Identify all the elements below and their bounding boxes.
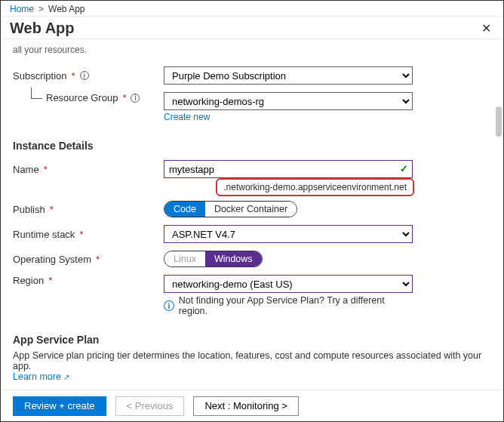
previous-button[interactable]: < Previous (115, 396, 185, 416)
publish-toggle: Code Docker Container (164, 201, 297, 217)
info-icon[interactable]: i (80, 71, 89, 80)
row-region: Region* networking-demo (East US) i Not … (13, 271, 491, 320)
row-subscription: Subscription* i Purple Demo Subscription (13, 63, 491, 88)
plan-description: App Service plan pricing tier determines… (13, 350, 491, 382)
publish-docker[interactable]: Docker Container (205, 202, 297, 217)
domain-suffix-callout: .networking-demo.appserviceenvironment.n… (216, 178, 414, 196)
review-create-button[interactable]: Review + create (13, 396, 106, 416)
resource-group-select[interactable]: networking-demos-rg (164, 92, 413, 110)
row-runtime: Runtime stack* ASP.NET V4.7 (13, 221, 491, 247)
external-link-icon: ↗ (63, 373, 69, 381)
breadcrumb-current: Web App (48, 4, 85, 14)
form-scroll-area: all your resources. Subscription* i Purp… (1, 43, 503, 390)
checkmark-icon: ✓ (400, 163, 408, 174)
breadcrumb: Home > Web App (1, 1, 503, 17)
publish-code[interactable]: Code (164, 202, 205, 217)
create-new-rg-link[interactable]: Create new (164, 112, 413, 122)
label-region: Region* (13, 275, 164, 286)
row-resource-group: Resource Group* i networking-demos-rg Cr… (13, 88, 491, 126)
breadcrumb-home[interactable]: Home (10, 4, 34, 14)
label-subscription: Subscription* i (13, 70, 164, 82)
row-name: Name* ✓ .networking-demo.appserviceenvir… (13, 156, 491, 182)
label-resource-group: Resource Group* i (13, 92, 164, 103)
page-title: Web App (10, 20, 75, 37)
next-button[interactable]: Next : Monitoring > (193, 396, 298, 416)
label-publish: Publish* (13, 204, 164, 215)
info-icon: i (164, 300, 174, 311)
learn-more-link[interactable]: Learn more ↗ (13, 371, 69, 382)
close-icon[interactable]: ✕ (478, 20, 494, 37)
truncated-intro: all your resources. (13, 45, 491, 55)
region-hint: i Not finding your App Service Plan? Try… (164, 295, 413, 316)
subscription-select[interactable]: Purple Demo Subscription (164, 66, 413, 85)
runtime-select[interactable]: ASP.NET V4.7 (164, 225, 413, 243)
os-toggle: Linux Windows (164, 251, 263, 267)
region-select[interactable]: networking-demo (East US) (164, 275, 413, 293)
os-linux[interactable]: Linux (164, 251, 205, 266)
section-instance-details: Instance Details (13, 140, 491, 152)
label-name: Name* (13, 164, 164, 175)
info-icon[interactable]: i (131, 94, 140, 103)
label-os: Operating System* (13, 254, 164, 265)
name-input[interactable] (164, 160, 413, 178)
row-publish: Publish* Code Docker Container (13, 197, 491, 221)
wizard-footer: Review + create < Previous Next : Monito… (1, 390, 503, 421)
title-bar: Web App ✕ (1, 17, 503, 39)
label-runtime: Runtime stack* (13, 229, 164, 240)
breadcrumb-separator: > (38, 4, 44, 14)
row-os: Operating System* Linux Windows (13, 247, 491, 271)
section-app-service-plan: App Service Plan (13, 334, 491, 346)
os-windows[interactable]: Windows (205, 251, 262, 266)
